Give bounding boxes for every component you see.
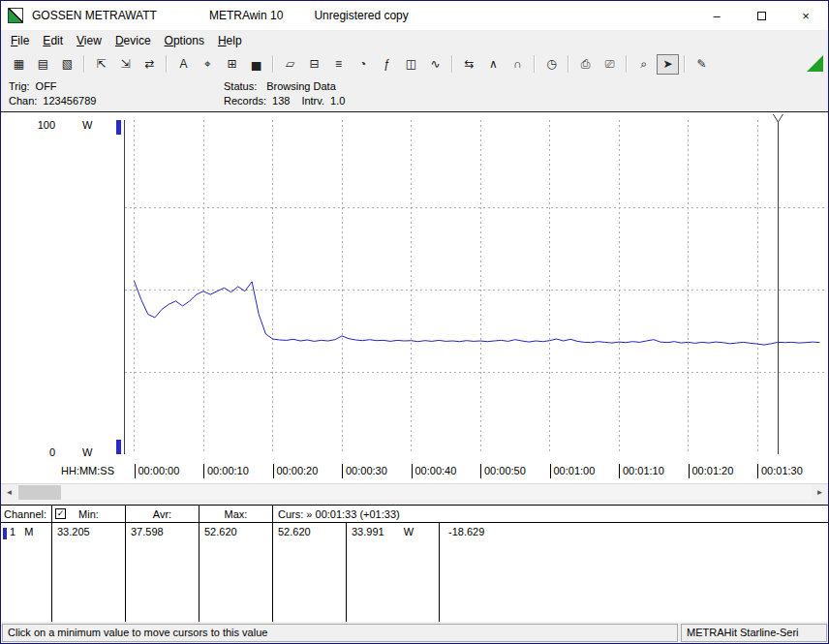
acquisition-status-panel: Trig:OFF Chan:123456789 Status:Browsing … <box>1 77 828 111</box>
compress-time-button[interactable]: ⇆ <box>458 54 480 75</box>
titlebar-program-name: METRAwin 10 <box>209 9 283 22</box>
waveform-button[interactable]: ∿ <box>424 54 446 75</box>
column-header-cursor: Curs: » 00:01:33 (+01:33) <box>273 506 828 523</box>
x-axis: HH:MM:SS 00:00:0000:00:1000:00:2000:00:3… <box>1 463 828 482</box>
close-icon: × <box>802 9 810 23</box>
device-receive-icon: ⇲ <box>120 57 130 71</box>
column-header-min: ✓ Min: <box>52 506 126 523</box>
menu-edit[interactable]: Edit <box>36 32 70 49</box>
max-value-cell[interactable]: 52.620 <box>200 523 273 622</box>
device-send-button[interactable]: ⇱ <box>90 54 112 75</box>
x-tick-label: 00:01:00 <box>550 464 596 478</box>
copy-chart-icon: ▱ <box>286 57 294 71</box>
app-icon[interactable] <box>8 8 23 23</box>
records-status: Records:138Intrv.1.0 <box>224 95 345 107</box>
records-value: 138 <box>272 95 290 107</box>
menu-file[interactable]: File <box>4 32 36 49</box>
print-preview-button[interactable]: ⎚ <box>599 54 621 75</box>
clock-button[interactable]: ◷ <box>540 54 563 75</box>
comment-button[interactable]: ✎ <box>691 54 713 75</box>
x-tick-label: 00:01:10 <box>619 464 664 478</box>
avr-value-cell[interactable]: 37.598 <box>126 523 200 622</box>
statusbar-message: Click on a minimum value to move cursors… <box>2 624 678 642</box>
minimize-button[interactable]: – <box>694 1 739 30</box>
scrollbar-thumb[interactable] <box>18 485 61 500</box>
cursor-delta-cell[interactable]: -18.629 <box>440 523 828 622</box>
channel-mode: M <box>24 526 33 537</box>
menu-options[interactable]: Options <box>158 32 211 49</box>
min-header-label: Min: <box>66 508 111 520</box>
min-max-icon: ∧ <box>489 57 498 71</box>
device-send-icon: ⇱ <box>96 57 106 71</box>
interval-label: Intrv. <box>301 95 324 107</box>
channel-visibility-checkbox[interactable]: ✓ <box>55 508 66 519</box>
cursor-value-cell[interactable]: 33.991W <box>347 523 440 622</box>
compress-time-icon: ⇆ <box>464 57 474 71</box>
channel-list-icon: ≡ <box>335 57 342 71</box>
scroll-right-icon: ► <box>816 488 824 497</box>
waveform-icon: ∿ <box>430 57 440 71</box>
menubar: FileEditViewDeviceOptionsHelp <box>1 30 828 51</box>
horizontal-scrollbar[interactable]: ◄ ► <box>1 483 828 500</box>
file-export-icon: ▧ <box>62 57 73 71</box>
column-header-channel: Channel: <box>1 506 52 523</box>
menu-device[interactable]: Device <box>108 32 158 49</box>
channel-list-button[interactable]: ≡ <box>327 54 350 75</box>
file-export-button[interactable]: ▧ <box>56 54 78 75</box>
cursor-start-value-cell[interactable]: 52.620 <box>273 523 347 622</box>
print-icon: ⎙ <box>581 57 591 71</box>
function-icon: ƒ <box>384 57 390 71</box>
print-button[interactable]: ⎙ <box>574 54 597 75</box>
maximize-button[interactable] <box>739 1 783 30</box>
statusbar: Click on a minimum value to move cursors… <box>1 622 828 643</box>
window-controls: – × <box>694 1 828 30</box>
status-label: Status: <box>224 80 257 92</box>
scroll-left-button[interactable]: ◄ <box>1 484 17 500</box>
channel-label: Chan: <box>9 95 37 107</box>
function-button[interactable]: ƒ <box>376 54 398 75</box>
scroll-left-icon: ◄ <box>6 488 14 497</box>
file-save-icon: ▤ <box>38 57 48 71</box>
monitor-view-button[interactable]: ◫ <box>400 54 422 75</box>
scroll-right-button[interactable]: ► <box>812 484 828 500</box>
envelope-button[interactable]: ∩ <box>507 54 529 75</box>
app-window: GOSSEN METRAWATT METRAwin 10 Unregistere… <box>0 0 829 644</box>
histogram-button[interactable]: ▅ <box>245 54 267 75</box>
copy-chart-button[interactable]: ▱ <box>279 54 301 75</box>
channel-value: 123456789 <box>43 95 96 107</box>
device-receive-button[interactable]: ⇲ <box>114 54 137 75</box>
titlebar: GOSSEN METRAWATT METRAwin 10 Unregistere… <box>1 1 828 30</box>
file-open-button[interactable]: ▦ <box>8 54 30 75</box>
titlebar-license: Unregistered copy <box>314 9 408 22</box>
crosshair-button[interactable]: ⌖ <box>197 54 219 75</box>
file-save-button[interactable]: ▤ <box>32 54 54 75</box>
channel-cell[interactable]: 1 M <box>1 523 52 622</box>
channel-status: Chan:123456789 <box>9 95 96 107</box>
meter-view-icon: ◔ <box>359 57 366 71</box>
toolbar-separator <box>534 55 536 73</box>
cursor-table: Channel: ✓ Min: Avr: Max: Curs: » 00:01:… <box>1 506 828 622</box>
zoom-window-icon: ➤ <box>662 57 672 71</box>
toolbar-separator <box>626 55 628 73</box>
zoom-button[interactable]: ⌕ <box>632 54 655 75</box>
min-max-button[interactable]: ∧ <box>482 54 505 75</box>
chart-panel[interactable]: 100 W 0 W HH:MM:SS 00:00:0000:00:1000:00… <box>1 111 828 483</box>
x-tick-label: 00:00:00 <box>135 464 180 478</box>
x-tick-label: 00:00:50 <box>480 464 526 478</box>
values-display-button[interactable]: A <box>172 54 195 75</box>
min-value-cell[interactable]: 33.205 <box>52 523 126 622</box>
zoom-window-button[interactable]: ➤ <box>657 54 679 75</box>
memory-card-icon: ⊟ <box>309 57 319 71</box>
close-button[interactable]: × <box>783 1 828 30</box>
file-open-icon: ▦ <box>14 57 24 71</box>
meter-view-button[interactable]: ◔ <box>352 54 374 75</box>
menu-help[interactable]: Help <box>211 32 249 49</box>
scrollbar-track[interactable] <box>17 484 812 500</box>
channel-number: 1 <box>10 526 15 537</box>
toolbar-separator <box>684 55 686 73</box>
menu-view[interactable]: View <box>70 32 108 49</box>
device-transfer-button[interactable]: ⇄ <box>138 54 161 75</box>
memory-card-button[interactable]: ⊟ <box>303 54 325 75</box>
power-line-chart[interactable] <box>1 112 828 461</box>
table-view-button[interactable]: ⊞ <box>221 54 243 75</box>
